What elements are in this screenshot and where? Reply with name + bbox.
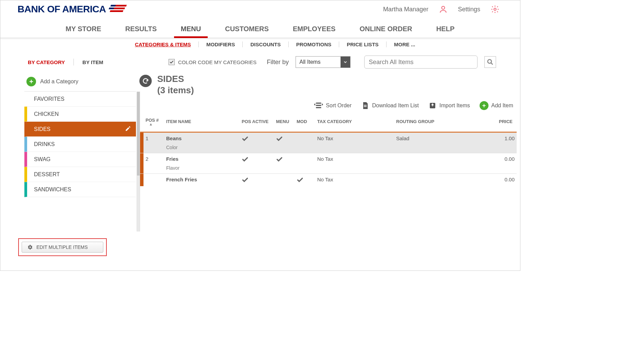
cell-mod	[295, 153, 315, 174]
subnav-promotions[interactable]: PROMOTIONS	[289, 41, 340, 47]
nav-employees[interactable]: EMPLOYEES	[293, 25, 335, 38]
col-tax[interactable]: TAX CATEGORY	[315, 115, 394, 132]
cell-pos: 1	[143, 132, 164, 153]
subnav-price-lists[interactable]: PRICE LISTS	[339, 41, 387, 47]
svg-rect-3	[111, 5, 116, 7]
nav-customers[interactable]: CUSTOMERS	[225, 25, 268, 38]
subnav-modifiers[interactable]: MODIFIERS	[199, 41, 243, 47]
cell-routing	[394, 174, 456, 186]
pencil-icon[interactable]	[125, 125, 131, 133]
nav-results[interactable]: RESULTS	[125, 25, 157, 38]
cell-price: 0.00	[456, 153, 517, 174]
cell-menu	[274, 174, 295, 186]
search-input-wrap[interactable]	[364, 56, 478, 69]
col-mod[interactable]: MOD	[295, 115, 315, 132]
nav-my-store[interactable]: MY STORE	[66, 25, 101, 38]
category-sides[interactable]: SIDES	[24, 122, 136, 137]
subnav-discounts[interactable]: DISCOUNTS	[243, 41, 288, 47]
col-pos-active[interactable]: POS ACTIVE	[240, 115, 274, 132]
color-code-checkbox[interactable]	[169, 59, 175, 65]
brand-logo: BANK OF AMERICA	[18, 4, 128, 15]
nav-menu[interactable]: MENU	[181, 25, 201, 38]
brand-flag-icon	[108, 4, 128, 14]
view-by-category[interactable]: BY CATEGORY	[28, 59, 65, 65]
edit-multiple-highlight: EDIT MULTIPLE ITEMS	[18, 238, 107, 256]
svg-rect-4	[109, 8, 114, 9]
svg-point-5	[442, 6, 445, 9]
check-icon	[276, 156, 292, 163]
check-icon	[242, 177, 272, 183]
refresh-button[interactable]	[139, 75, 152, 87]
cell-mod	[295, 174, 315, 186]
cell-pos-active	[240, 174, 274, 186]
cell-tax: No Tax	[315, 132, 394, 153]
cell-tax: No Tax	[315, 174, 394, 186]
cell-pos	[143, 174, 164, 186]
cell-routing: Salad	[394, 132, 456, 153]
sort-order-button[interactable]: Sort Order	[314, 101, 352, 110]
svg-point-6	[494, 8, 496, 11]
category-sandwiches[interactable]: SANDWICHES	[24, 182, 136, 197]
check-icon	[297, 177, 313, 183]
table-row[interactable]: French FriesNo Tax0.00	[139, 174, 517, 186]
chevron-down-icon	[341, 57, 350, 68]
category-list: FAVORITES CHICKEN SIDES DRINKS SWAG DESS…	[24, 91, 136, 197]
user-icon[interactable]	[439, 5, 448, 14]
search-button[interactable]	[484, 56, 496, 68]
settings-link[interactable]: Settings	[458, 6, 480, 13]
svg-rect-9	[364, 106, 367, 107]
gear-icon[interactable]	[491, 5, 499, 14]
category-favorites[interactable]: FAVORITES	[24, 92, 136, 107]
col-menu[interactable]: MENU	[274, 115, 295, 132]
add-category-button[interactable]: + Add a Category	[24, 72, 136, 91]
col-routing[interactable]: ROUTING GROUP	[394, 115, 456, 132]
nav-help[interactable]: HELP	[436, 25, 455, 38]
category-chicken[interactable]: CHICKEN	[24, 107, 136, 122]
subnav-categories-items[interactable]: CATEGORIES & ITEMS	[127, 41, 199, 47]
cell-price: 1.00	[456, 132, 517, 153]
import-items-button[interactable]: Import Items	[428, 101, 470, 110]
check-icon	[276, 135, 292, 142]
cell-menu	[274, 153, 295, 174]
plus-icon: +	[480, 101, 488, 110]
check-icon	[242, 156, 272, 163]
cell-menu	[274, 132, 295, 153]
filter-select[interactable]: All Items	[296, 56, 350, 68]
category-swag[interactable]: SWAG	[24, 152, 136, 167]
title-line1: SIDES	[157, 73, 194, 85]
scrollbar[interactable]	[137, 92, 140, 231]
table-row[interactable]: 1BeansColorNo TaxSalad1.00	[139, 132, 517, 153]
brand-name: BANK OF AMERICA	[18, 4, 106, 15]
download-item-list-button[interactable]: Download Item List	[361, 101, 419, 110]
user-name[interactable]: Martha Manager	[383, 6, 428, 13]
category-dessert[interactable]: DESSERT	[24, 167, 136, 182]
view-by-item[interactable]: BY ITEM	[82, 59, 103, 65]
col-price[interactable]: PRICE	[456, 115, 517, 132]
cell-price: 0.00	[456, 174, 517, 186]
cell-name: BeansColor	[164, 132, 240, 153]
title-line2: (3 items)	[157, 85, 194, 96]
divider	[73, 59, 74, 65]
search-input[interactable]	[369, 59, 473, 66]
add-item-button[interactable]: + Add Item	[480, 101, 513, 110]
plus-icon: +	[26, 77, 36, 86]
col-item-name[interactable]: ITEM NAME	[164, 115, 240, 132]
add-category-label: Add a Category	[40, 79, 78, 85]
cell-name: FriesFlavor	[164, 153, 240, 174]
cell-name: French Fries	[164, 174, 240, 186]
gear-icon	[27, 244, 33, 250]
edit-multiple-label: EDIT MULTIPLE ITEMS	[36, 244, 88, 250]
cell-pos-active	[240, 153, 274, 174]
edit-multiple-items-button[interactable]: EDIT MULTIPLE ITEMS	[22, 242, 103, 253]
svg-point-7	[488, 60, 492, 63]
cell-tax: No Tax	[315, 153, 394, 174]
filter-select-value: All Items	[299, 59, 320, 65]
check-icon	[242, 135, 272, 142]
subnav-more[interactable]: MORE ...	[387, 41, 423, 47]
table-row[interactable]: 2FriesFlavorNo Tax0.00	[139, 153, 517, 174]
nav-online-order[interactable]: ONLINE ORDER	[359, 25, 412, 38]
cell-routing	[394, 153, 456, 174]
cell-pos: 2	[143, 153, 164, 174]
svg-rect-8	[364, 105, 367, 106]
category-drinks[interactable]: DRINKS	[24, 137, 136, 152]
